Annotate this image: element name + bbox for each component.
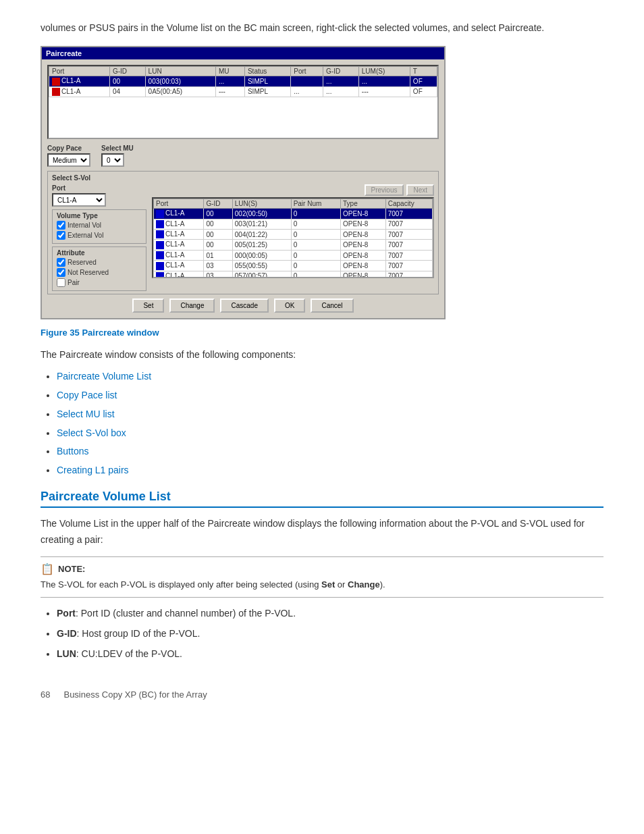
copy-pace-section: Copy Pace Medium [47,145,90,167]
set-button[interactable]: Set [132,298,164,313]
list-item: Buttons [57,444,603,460]
ok-button[interactable]: OK [274,298,305,313]
svol-inner: Port CL1-A Volume Type Internal Vol [52,184,434,291]
table-row[interactable]: CL1-A 00 003(00:03) ... SIMPL ... ... OF [49,76,437,86]
col-t: T [410,67,437,76]
link-copy-pace-list[interactable]: Copy Pace list [57,390,117,400]
cell-lun: 0A5(00:A5) [145,86,215,97]
svol-col-port: Port [154,199,204,209]
link-select-mu-list[interactable]: Select MU list [57,409,115,419]
col-status: Status [244,67,290,76]
table-row[interactable]: CL1-A 00 004(01:22) 0 OPEN-8 7007 [154,230,433,240]
pair-label: Pair [68,279,80,286]
figure-caption: Figure 35 Paircreate window [41,328,603,338]
list-item: Paircreate Volume List [57,369,603,385]
link-buttons[interactable]: Buttons [57,446,88,457]
pair-checkbox[interactable] [57,278,65,287]
copy-pace-control: Medium [47,153,90,167]
select-mu-section: Select MU 0 [101,145,134,167]
cell-port2: ... [291,86,323,97]
pair-row: Pair [57,278,142,287]
select-svol-section: Select S-Vol Port CL1-A Volume Type In [47,171,439,294]
not-reserved-label: Not Reserved [68,269,109,276]
link-select-svol-box[interactable]: Select S-Vol box [57,427,126,438]
volume-type-box: Volume Type Internal Vol External Vol [52,209,146,244]
col-port2: Port [291,67,323,76]
cell-luns: --- [358,86,410,97]
cell-gid: 00 [109,76,145,86]
attr-label: Attribute [57,249,142,257]
svol-col-lun: LUN(S) [232,199,291,209]
link-paircreate-volume-list[interactable]: Paircreate Volume List [57,371,151,382]
copy-pace-label: Copy Pace [47,145,90,152]
section-heading: Paircreate Volume List [41,490,603,508]
svol-col-type: Type [341,199,386,209]
cell-status: SIMPL [244,76,290,86]
note-header-text: NOTE: [58,564,85,574]
cell-port: CL1-A [49,86,110,97]
next-button[interactable]: Next [406,184,434,196]
cascade-button[interactable]: Cascade [220,298,268,313]
cell-status: SIMPL [244,86,290,97]
note-header: 📋 NOTE: [41,563,603,575]
port-label: Port [52,184,146,192]
list-item: Select MU list [57,407,603,423]
select-mu-select[interactable]: 0 [101,153,124,167]
select-svol-label: Select S-Vol [52,174,434,182]
cell-port: CL1-A [49,76,110,86]
col-port: Port [49,67,110,76]
table-row[interactable]: CL1-A 00 003(01:21) 0 OPEN-8 7007 [154,219,433,229]
list-item: Copy Pace list [57,388,603,404]
cancel-button[interactable]: Cancel [311,298,353,313]
prev-next-row: Previous Next [152,184,434,196]
pace-mu-row: Copy Pace Medium Select MU 0 [47,145,439,167]
not-reserved-checkbox[interactable] [57,268,65,277]
table-row[interactable]: CL1-A 01 000(00:05) 0 OPEN-8 7007 [154,250,433,260]
svol-table-container: Port G-ID LUN(S) Pair Num Type Capacity [152,197,434,278]
port-select[interactable]: CL1-A [52,193,106,207]
cell-t: OF [410,86,437,97]
internal-vol-label: Internal Vol [68,221,101,229]
paircreate-window: Paircreate Port G-ID LUN MU Status Port … [41,46,446,319]
table-row[interactable]: CL1-A 03 057(00:57) 0 OPEN-8 7007 [154,271,433,278]
cell-gid2: ... [323,86,359,97]
reserved-label: Reserved [68,259,97,266]
external-vol-label: External Vol [68,232,103,239]
def-item-port: Port: Port ID (cluster and channel numbe… [57,606,603,622]
list-item: Creating L1 pairs [57,463,603,479]
list-item: Select S-Vol box [57,425,603,442]
svol-right-panel: Previous Next Port G-ID LUN(S) Pair Num [152,184,434,291]
previous-button[interactable]: Previous [365,184,404,196]
port-control: CL1-A [52,193,146,207]
window-title: Paircreate [46,49,82,57]
volume-table: Port G-ID LUN MU Status Port G-ID LUM(S)… [49,66,437,97]
table-row[interactable]: CL1-A 04 0A5(00:A5) --- SIMPL ... ... --… [49,86,437,97]
select-mu-control: 0 [101,153,134,167]
link-creating-l1-pairs[interactable]: Creating L1 pairs [57,465,129,475]
svol-table: Port G-ID LUN(S) Pair Num Type Capacity [153,199,433,278]
description-text: The Paircreate window consists of the fo… [41,347,603,363]
table-row[interactable]: CL1-A 00 005(01:25) 0 OPEN-8 7007 [154,240,433,250]
col-luns: LUM(S) [358,67,410,76]
def-item-gid: G-ID: Host group ID of the P-VOL. [57,626,603,642]
cell-lun: 003(00:03) [145,76,215,86]
internal-vol-row: Internal Vol [57,221,142,230]
svol-col-gid: G-ID [204,199,232,209]
reserved-checkbox[interactable] [57,258,65,267]
note-body-text: The S-VOL for each P-VOL is displayed on… [41,578,603,592]
table-row[interactable]: CL1-A 00 002(00:50) 0 OPEN-8 7007 [154,209,433,219]
internal-vol-checkbox[interactable] [57,221,65,230]
col-mu: MU [215,67,244,76]
not-reserved-row: Not Reserved [57,268,142,277]
external-vol-checkbox[interactable] [57,231,65,240]
cell-t: OF [410,76,437,86]
cell-gid2: ... [323,76,359,86]
col-gid2: G-ID [323,67,359,76]
note-box: 📋 NOTE: The S-VOL for each P-VOL is disp… [41,556,603,598]
change-button[interactable]: Change [169,298,215,313]
table-row[interactable]: CL1-A 03 055(00:55) 0 OPEN-8 7007 [154,261,433,271]
cell-port2 [291,76,323,86]
intro-paragraph: volumes or PSUS pairs in the Volume list… [41,20,603,35]
copy-pace-select[interactable]: Medium [47,153,90,167]
bottom-buttons: Set Change Cascade OK Cancel [47,298,439,313]
